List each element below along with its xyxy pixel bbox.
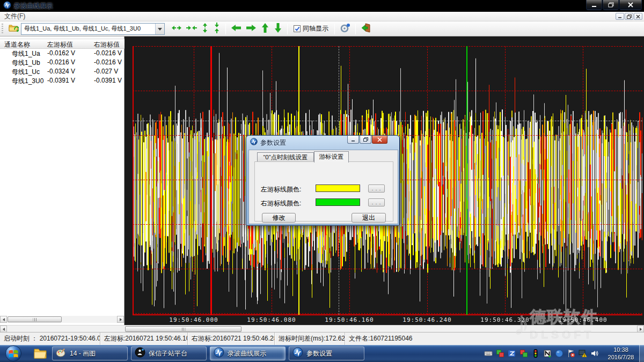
wave-icon [292,347,303,360]
channel-cell: -0.027 V [94,68,118,75]
pan-right-button[interactable] [244,23,259,35]
compress-vertical-button[interactable] [211,23,223,35]
toolbar-separator [225,24,226,34]
left-cursor-color-browse-button[interactable]: . . . [368,184,385,193]
expand-vertical-button[interactable] [199,23,211,35]
app-icon [3,1,11,11]
sync-axes-checkbox[interactable]: 同轴显示 [290,24,332,33]
expand-horizontal-button[interactable] [169,23,184,35]
volume-icon[interactable] [590,349,599,358]
menu-file[interactable]: 文件(F) [0,12,30,21]
right-cursor-line[interactable] [466,46,467,315]
channel-selector[interactable]: 母线1_Ua, 母线1_Ub, 母线1_Uc, 母线1_3U0 [21,23,165,35]
taskbar-task-1[interactable]: 14 - 画图 [52,346,128,360]
taskbar-task-2[interactable]: 保信子站平台 [131,346,207,360]
right-cursor-color-browse-button[interactable]: . . . [368,198,385,206]
task-label: 14 - 画图 [70,349,96,358]
dialog-close-button[interactable] [372,136,387,144]
dialog-body: “0”点时刻线设置 游标设置 左游标线颜色: . . . 右游标线颜色: . .… [248,150,398,224]
channel-cell: -0.0216 V [47,58,75,66]
status-item: 游标时间差(ms):172.622 [275,333,345,345]
action-center-icon[interactable] [567,349,575,358]
tab-cursor-settings[interactable]: 游标设置 [314,151,349,162]
channel-selector-value: 母线1_Ua, 母线1_Ub, 母线1_Uc, 母线1_3U0 [21,25,155,33]
window-titlebar: 录波曲线展示 [0,0,644,12]
ime-icon[interactable] [508,349,516,358]
exit-button[interactable] [358,23,374,35]
channel-panel-hscrollbar[interactable] [0,316,124,323]
scrollbar-thumb[interactable] [8,316,62,322]
channel-row[interactable]: 母线1_Uc-0.0324 V-0.027 V [0,67,125,76]
x-axis-tick-label: 19:50:46.320 [480,316,529,323]
channel-cell: 母线1_Uc [12,68,40,77]
messenger-icon[interactable] [555,349,564,358]
sync-axes-label: 同轴显示 [303,24,328,33]
status-item: 启动时刻 ： 20160721-19:50:46.018 [0,333,100,345]
taskbar-task-4[interactable]: 参数设置 [289,346,364,360]
compress-vertical-icon [213,23,221,35]
modify-button[interactable]: 修改 [262,213,296,223]
dialog-minimize-button[interactable] [347,136,359,144]
channel-panel: 通道名称 左游标值 右游标值 母线1_Ua-0.0162 V-0.0216 V母… [0,36,125,325]
h-gridline [133,91,642,91]
display-alert-icon[interactable] [579,349,587,358]
menu-bar: 文件(F) [0,12,644,21]
channel-row[interactable]: 母线1_Ua-0.0162 V-0.0216 V [0,49,125,58]
window-restore-button[interactable] [603,0,619,10]
scrollbar-thumb[interactable] [125,326,241,332]
chart-hscrollbar[interactable] [0,325,644,332]
pan-down-button[interactable] [272,23,284,35]
toolbar-grip[interactable] [2,24,3,34]
mdi-minimize-button[interactable] [616,13,624,20]
window-close-button[interactable] [619,0,642,10]
task-label: 参数设置 [306,349,332,358]
toolbar-separator [355,24,356,34]
exit-dialog-button[interactable]: 退出 [352,213,386,223]
show-desktop-button[interactable] [639,345,644,362]
plot-left-border [133,46,134,315]
channel-cell: -0.0216 V [94,49,122,57]
right-cursor-color-swatch[interactable] [316,198,360,206]
compress-horizontal-button[interactable] [184,23,199,35]
task-label: 保信子站平台 [149,349,187,358]
tab-zero-time-line[interactable]: “0”点时刻线设置 [257,152,314,162]
channel-row[interactable]: 母线1_3U0-0.0391 V-0.0391 V [0,76,125,85]
header-right-cursor-value: 右游标值 [94,40,120,49]
net-up-icon[interactable] [496,349,504,358]
mdi-close-button[interactable] [634,13,642,20]
left-cursor-color-swatch[interactable] [316,184,360,192]
scroll-left-icon[interactable] [0,316,7,323]
x-axis-tick-label: 19:50:46.000 [169,316,218,323]
window-minimize-button[interactable] [586,0,602,10]
open-file-icon [8,23,19,35]
clock-date: 2016/7/28 [603,353,639,361]
channel-cell: -0.0216 V [94,58,122,66]
taskbar-clock[interactable]: 10:38 2016/7/28 [603,346,639,361]
mdi-restore-button[interactable] [625,13,633,20]
keyboard-icon[interactable] [484,349,493,358]
net-err-icon[interactable] [519,349,528,358]
start-button[interactable] [4,344,23,362]
scroll-right-icon[interactable] [117,316,124,323]
chevron-down-icon[interactable] [155,24,164,34]
open-file-button[interactable] [6,23,21,35]
compress-horizontal-icon [186,24,197,34]
exit-icon [361,23,371,35]
pan-left-button[interactable] [229,23,244,35]
taskbar-task-3[interactable]: 录波曲线展示 [210,346,286,360]
plot-bottom-border [133,314,642,315]
pan-down-icon [274,23,282,35]
locate-button[interactable] [338,23,353,35]
explorer-taskbar-icon[interactable] [30,346,50,361]
traffic-light-icon[interactable] [531,349,540,358]
wave-icon [214,347,224,360]
toolbar: 母线1_Ua, 母线1_Ub, 母线1_Uc, 母线1_3U0 同轴显示 [0,21,644,36]
settings-dialog: 参数设置 “0”点时刻线设置 游标设置 左游标线颜色: . . . 右游标线颜色… [246,135,400,226]
notes-icon[interactable] [543,349,552,358]
dialog-titlebar[interactable]: 参数设置 [246,136,399,150]
channel-row[interactable]: 母线1_Ub-0.0216 V-0.0216 V [0,58,125,67]
dialog-restore-button[interactable] [360,136,371,144]
window-title: 录波曲线展示 [14,2,53,11]
pan-up-button[interactable] [259,23,272,35]
status-item: 左游标:20160721 19:50:46.108 [100,333,188,345]
